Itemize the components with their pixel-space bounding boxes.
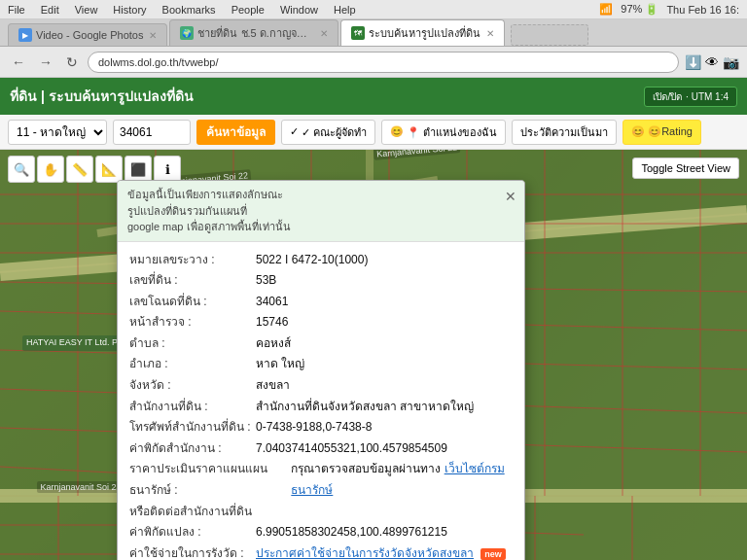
popup-header-line1: ข้อมูลนี้เป็นเพียงการแสดงลักษณะ xyxy=(127,187,515,203)
popup-row-3: หน้าสำรวจ : 15746 xyxy=(129,312,513,333)
popup-label-5: อำเภอ : xyxy=(129,354,256,375)
popup-row-5: อำเภอ : หาด ใหญ่ xyxy=(129,354,513,375)
popup-row-12: ค่าพิกัดแปลง : 6.99051858302458,100.4899… xyxy=(129,522,513,543)
map-tool-1[interactable]: ✋ xyxy=(37,156,64,183)
map-tool-0[interactable]: 🔍 xyxy=(8,156,35,183)
popup-row-10: ราคาประเมินราคาแผนแผนธนารักษ์ : กรุณาตรว… xyxy=(129,459,513,501)
popup-row-4: ตำบล : คอหงส์ xyxy=(129,333,513,355)
tab-label-3: ระบบค้นหารูปแปลงที่ดิน xyxy=(369,24,480,42)
popup-label-1: เลขที่ดิน : xyxy=(129,270,256,292)
map-tool-2[interactable]: 📏 xyxy=(66,156,93,183)
popup-row-6: จังหวัด : สงขลา xyxy=(129,375,513,397)
popup-label-4: ตำบล : xyxy=(129,333,256,355)
app-header: ที่ดิน | ระบบค้นหารูปแปลงที่ดิน เปิด/ปิด… xyxy=(0,78,747,115)
tab-favicon-1: ▶ xyxy=(18,28,32,42)
popup-header: ข้อมูลนี้เป็นเพียงการแสดงลักษณะ รูปแปลงท… xyxy=(118,181,524,242)
map-tool-3[interactable]: 📐 xyxy=(95,156,123,183)
popup-content: หมายเลขระวาง : 5022 I 6472-10(1000) เลขท… xyxy=(118,242,524,561)
rating-button[interactable]: 😊 😊Rating xyxy=(622,120,701,145)
location-button[interactable]: 😊 📍 ตำแหน่งของฉัน xyxy=(381,120,506,145)
rangwat-link[interactable]: ประกาศค่าใช้จ่ายในการรังวัดจังหวัดสงขลา xyxy=(256,546,474,560)
popup-value-7: สำนักงานที่ดินจังหวัดสงขลา สาขาหาดใหญ่ xyxy=(256,397,474,418)
popup-label-7: สำนักงานที่ดิน : xyxy=(129,397,256,418)
popup-label-0: หมายเลขระวาง : xyxy=(129,250,256,271)
popup-value-10: กรุณาตรวจสอบข้อมูลผ่านทาง เว็บไซต์กรมธนา… xyxy=(291,459,513,501)
treasury-link[interactable]: เว็บไซต์กรมธนารักษ์ xyxy=(291,462,504,497)
popup-value-5: หาด ใหญ่ xyxy=(256,354,304,375)
check-label: ✓ คณะผู้จัดทำ xyxy=(302,123,367,141)
popup-label-8: โทรศัพท์สำนักงานที่ดิน : xyxy=(129,417,256,438)
popup-label-3: หน้าสำรวจ : xyxy=(129,312,256,333)
parcel-number-input[interactable] xyxy=(113,120,191,145)
popup-value-3: 15746 xyxy=(256,312,288,333)
datetime-text: Thu Feb 16 16: xyxy=(666,4,739,16)
reload-button[interactable]: ↻ xyxy=(62,52,82,72)
survey-label: ประวัติความเป็นมา xyxy=(520,123,608,141)
popup-close-button[interactable]: ✕ xyxy=(505,187,516,207)
map-tools-panel: 🔍 ✋ 📏 📐 ⬛ ℹ xyxy=(8,156,181,183)
tab-label-2: ชายที่ดิน ช.5 ด.กาญจนวนิช อ.ฅ... xyxy=(197,24,314,42)
url-input[interactable] xyxy=(88,52,679,73)
popup-value-13: ประกาศค่าใช้จ่ายในการรังวัดจังหวัดสงขลา … xyxy=(256,543,506,560)
address-bar: ← → ↻ ⬇️ 👁 📷 xyxy=(0,47,747,78)
map-tool-4[interactable]: ⬛ xyxy=(124,156,152,183)
search-button[interactable]: ค้นหาข้อมูล xyxy=(196,120,275,145)
menu-window[interactable]: Window xyxy=(280,4,318,16)
check-button[interactable]: ✓ ✓ คณะผู้จัดทำ xyxy=(281,120,375,145)
tab-parcel-search[interactable]: 🗺 ระบบค้นหารูปแปลงที่ดิน ✕ xyxy=(340,19,505,46)
tab-favicon-2: 🌍 xyxy=(180,26,194,40)
tab-close-2[interactable]: ✕ xyxy=(320,28,328,39)
popup-row-0: หมายเลขระวาง : 5022 I 6472-10(1000) xyxy=(129,250,513,271)
check-icon: ✓ xyxy=(290,125,299,138)
popup-value-2: 34061 xyxy=(256,292,288,313)
hatyai-easy-label: HATYAI EASY IT Ltd. Part xyxy=(22,335,131,351)
popup-label-2: เลขโฉนดที่ดิน : xyxy=(129,292,256,313)
popup-header-line2: รูปแปลงที่ดินรวมกันแผนที่ xyxy=(127,203,515,220)
menu-edit[interactable]: Edit xyxy=(41,4,59,16)
back-button[interactable]: ← xyxy=(8,52,29,72)
popup-label-10: ราคาประเมินราคาแผนแผนธนารักษ์ : xyxy=(129,459,291,501)
tab-close-3[interactable]: ✕ xyxy=(486,28,494,39)
rating-label: 😊Rating xyxy=(648,125,693,138)
popup-value-9: 7.04037414055321,100.4579854509 xyxy=(256,438,447,460)
province-select[interactable]: 11 - หาดใหญ่ xyxy=(8,120,107,145)
menu-bar: File Edit View History Bookmarks People … xyxy=(0,0,747,19)
tab-google-photos[interactable]: ▶ Video - Google Photos ✕ xyxy=(8,23,167,46)
toggle-street-view-button[interactable]: Toggle Street View xyxy=(632,158,739,179)
app-title: ที่ดิน | ระบบค้นหารูปแปลงที่ดิน xyxy=(10,86,194,107)
map-container[interactable]: ที่ดิน | ระบบค้นหารูปแปลงที่ดิน เปิด/ปิด… xyxy=(0,78,747,560)
menu-view[interactable]: View xyxy=(75,4,98,16)
rating-emoji: 😊 xyxy=(631,125,645,138)
popup-label-12: ค่าพิกัดแปลง : xyxy=(129,522,256,543)
tab-close-1[interactable]: ✕ xyxy=(149,30,157,41)
tab-favicon-3: 🗺 xyxy=(351,26,365,40)
popup-row-13: ค่าใช้จ่ายในการรังวัด : ประกาศค่าใช้จ่าย… xyxy=(129,543,513,560)
info-popup: ข้อมูลนี้เป็นเพียงการแสดงลักษณะ รูปแปลงท… xyxy=(117,180,525,560)
popup-value-4: คอหงส์ xyxy=(256,333,291,355)
popup-label-6: จังหวัด : xyxy=(129,375,256,397)
new-tab-area[interactable] xyxy=(511,24,588,46)
tab-land[interactable]: 🌍 ชายที่ดิน ช.5 ด.กาญจนวนิช อ.ฅ... ✕ xyxy=(169,19,338,46)
browser-chrome: File Edit View History Bookmarks People … xyxy=(0,0,747,78)
menu-history[interactable]: History xyxy=(113,4,146,16)
menu-file[interactable]: File xyxy=(8,4,25,16)
utm-badge: เปิด/ปิด · UTM 1:4 xyxy=(644,87,737,107)
forward-button[interactable]: → xyxy=(35,52,56,72)
map-tool-5[interactable]: ℹ xyxy=(154,156,181,183)
survey-button[interactable]: ประวัติความเป็นมา xyxy=(512,120,617,145)
popup-row-2: เลขโฉนดที่ดิน : 34061 xyxy=(129,292,513,313)
popup-label-9: ค่าพิกัดสำนักงาน : xyxy=(129,438,256,460)
menu-people[interactable]: People xyxy=(231,4,265,16)
toolbar: 11 - หาดใหญ่ ค้นหาข้อมูล ✓ ✓ คณะผู้จัดทำ… xyxy=(0,115,747,150)
popup-value-0: 5022 I 6472-10(1000) xyxy=(256,250,368,271)
network-icon: 📶 xyxy=(599,3,613,16)
popup-value-12: 6.99051858302458,100.4899761215 xyxy=(256,522,447,543)
popup-label-11: หรือติดต่อสำนักงานที่ดิน xyxy=(129,502,256,523)
popup-label-13: ค่าใช้จ่ายในการรังวัด : xyxy=(129,543,256,560)
popup-row-8: โทรศัพท์สำนักงานที่ดิน : 0-7438-9188,0-7… xyxy=(129,417,513,438)
popup-row-11: หรือติดต่อสำนักงานที่ดิน xyxy=(129,502,513,523)
menu-bookmarks[interactable]: Bookmarks xyxy=(162,4,216,16)
location-label: 📍 ตำแหน่งของฉัน xyxy=(407,123,497,141)
battery-text: 97% 🔋 xyxy=(621,3,658,16)
menu-help[interactable]: Help xyxy=(334,4,356,16)
